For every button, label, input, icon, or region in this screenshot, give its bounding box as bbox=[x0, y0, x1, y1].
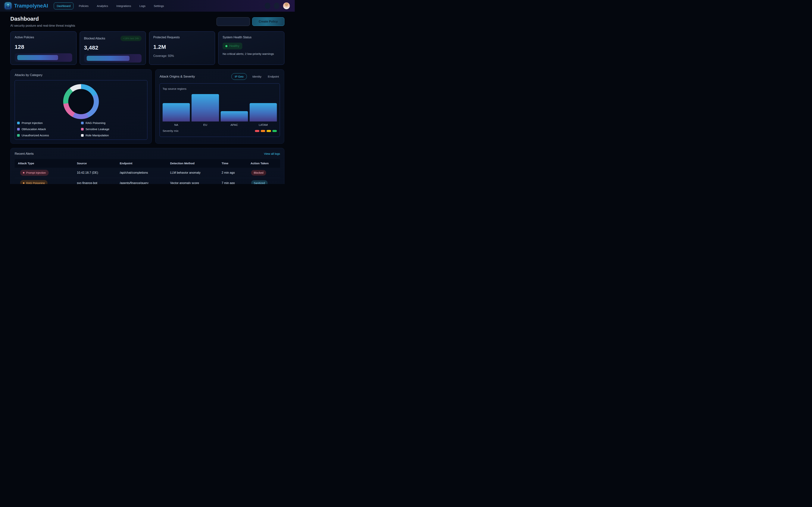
donut-hole bbox=[68, 89, 94, 114]
progress-fill bbox=[87, 56, 130, 61]
action-taken-badge: Blocked bbox=[251, 170, 266, 176]
stat-title: Protected Requests bbox=[153, 36, 211, 39]
progress-track bbox=[15, 53, 72, 62]
origin-tabs: IP GeoIdentityEndpoint bbox=[232, 73, 280, 80]
panel-title: Attacks by Category bbox=[15, 73, 147, 77]
table-row[interactable]: RAG Poisoningsvc-finance-bot/agents/fina… bbox=[15, 178, 280, 184]
bar-chart-subtitle: Top source regions bbox=[163, 87, 277, 90]
legend-label: RAG Poisoning bbox=[86, 121, 105, 125]
recent-alerts-panel: Recent Alerts View all logs Attack TypeS… bbox=[10, 148, 285, 184]
nav-item-analytics[interactable]: Analytics bbox=[94, 2, 111, 9]
legend-swatch-icon bbox=[81, 128, 84, 130]
donut-chart bbox=[63, 84, 99, 119]
bar-label-eu: EU bbox=[192, 123, 219, 126]
nav-item-policies[interactable]: Policies bbox=[76, 2, 92, 9]
bar-column-latam bbox=[250, 103, 277, 121]
legend-label: Prompt Injection bbox=[21, 121, 43, 125]
stat-title: Active Policies bbox=[15, 36, 72, 39]
severity-label: Severity mix bbox=[163, 129, 179, 132]
column-header-endpoint: Endpoint bbox=[116, 162, 167, 165]
legend-swatch-icon bbox=[81, 134, 84, 137]
help-button[interactable] bbox=[274, 3, 280, 9]
bar-column-eu bbox=[192, 94, 219, 121]
alerts-table-body: Prompt Injection10.42.18.7 (DE)/api/chat… bbox=[15, 168, 280, 184]
top-navbar: TrampolyneAI DashboardPoliciesAnalyticsI… bbox=[0, 0, 295, 12]
severity-pill-icon bbox=[255, 130, 259, 132]
column-header-source: Source bbox=[74, 162, 116, 165]
create-policy-button[interactable]: Create Policy bbox=[252, 17, 285, 26]
column-header-time: Time bbox=[218, 162, 247, 165]
detection-method-cell: Vector anomaly score bbox=[167, 181, 218, 184]
header-actions: Export Report Create Policy bbox=[216, 17, 285, 26]
severity-pill-icon bbox=[266, 130, 271, 132]
attack-type-badge: Prompt Injection bbox=[20, 170, 49, 176]
tab-ip-geo[interactable]: IP Geo bbox=[232, 73, 247, 80]
trampoline-arrow-icon bbox=[5, 3, 11, 9]
nav-item-dashboard[interactable]: Dashboard bbox=[54, 2, 73, 9]
legend-swatch-icon bbox=[81, 122, 84, 124]
bar-column-na bbox=[163, 103, 190, 121]
legend-label: Unauthorized Access bbox=[21, 134, 49, 137]
brand-name: TrampolyneAI bbox=[14, 3, 48, 9]
attack-type-dot-icon bbox=[23, 172, 24, 173]
attack-type-label: Prompt Injection bbox=[26, 171, 46, 174]
stat-card-system-health: System Health Status Healthy No critical… bbox=[218, 32, 285, 65]
legend-item: Unauthorized Access bbox=[17, 134, 81, 137]
bar-label-na: NA bbox=[163, 123, 190, 126]
alerts-header: Recent Alerts View all logs bbox=[15, 152, 280, 156]
stat-value: 3,482 bbox=[84, 45, 142, 51]
attacks-by-category-panel: Attacks by Category Prompt InjectionRAG … bbox=[10, 69, 152, 144]
legend-item: Obfuscation Attack bbox=[17, 127, 81, 131]
page-subtitle: AI security posture and real-time threat… bbox=[10, 24, 75, 27]
health-note: No critical alerts; 2 low-priority warni… bbox=[222, 52, 280, 56]
stat-value: 128 bbox=[15, 44, 72, 50]
severity-pill-icon bbox=[261, 130, 265, 132]
bar-na bbox=[163, 103, 190, 121]
chart-legend: Prompt InjectionRAG PoisoningObfuscation… bbox=[17, 121, 145, 137]
export-report-button[interactable]: Export Report bbox=[216, 17, 250, 26]
tab-endpoint[interactable]: Endpoint bbox=[267, 73, 280, 80]
charts-row: Attacks by Category Prompt InjectionRAG … bbox=[10, 69, 285, 144]
time-cell: 7 min ago bbox=[218, 181, 247, 184]
table-row[interactable]: Prompt Injection10.42.18.7 (DE)/api/chat… bbox=[15, 168, 280, 178]
bar-eu bbox=[192, 94, 219, 121]
user-avatar[interactable] bbox=[283, 2, 290, 9]
legend-swatch-icon bbox=[17, 134, 20, 137]
legend-label: Obfuscation Attack bbox=[21, 127, 46, 131]
legend-swatch-icon bbox=[17, 122, 20, 124]
page-content: Dashboard AI security posture and real-t… bbox=[0, 16, 295, 184]
nav-item-logs[interactable]: Logs bbox=[136, 2, 149, 9]
stat-title: Blocked Attacks bbox=[84, 37, 105, 40]
column-header-attack-type: Attack Type bbox=[15, 162, 74, 165]
panel-title: Attack Origins & Severity bbox=[160, 75, 195, 78]
attack-origins-panel: Attack Origins & Severity IP GeoIdentity… bbox=[155, 69, 284, 144]
severity-row: Severity mix bbox=[163, 129, 277, 132]
view-all-logs-link[interactable]: View all logs bbox=[264, 152, 280, 156]
stat-card-active-policies: Active Policies 128 bbox=[10, 32, 77, 65]
legend-label: Sensitive Leakage bbox=[86, 127, 109, 131]
notifications-button[interactable] bbox=[265, 3, 270, 9]
stat-cards-row: Active Policies 128 Blocked Attacks +18%… bbox=[10, 32, 285, 65]
bar-apac bbox=[221, 111, 248, 121]
severity-pill-icon bbox=[272, 130, 277, 132]
tab-identity[interactable]: Identity bbox=[251, 73, 262, 80]
panel-header: Attack Origins & Severity IP GeoIdentity… bbox=[160, 73, 280, 80]
legend-item: RAG Poisoning bbox=[81, 121, 145, 125]
legend-item: Role Manipulation bbox=[81, 134, 145, 137]
column-header-detection-method: Detection Method bbox=[167, 162, 218, 165]
alerts-table: Attack TypeSourceEndpointDetection Metho… bbox=[15, 159, 280, 184]
attack-type-label: RAG Poisoning bbox=[26, 182, 45, 184]
nav-menu: DashboardPoliciesAnalyticsIntegrationsLo… bbox=[54, 2, 167, 9]
nav-item-settings[interactable]: Settings bbox=[151, 2, 167, 9]
progress-track bbox=[84, 54, 142, 62]
nav-right-cluster bbox=[265, 2, 290, 9]
bar-label-latam: LATAM bbox=[250, 123, 277, 126]
bar-column-apac bbox=[221, 111, 248, 121]
bar-chart bbox=[163, 90, 277, 121]
stat-card-blocked-attacks: Blocked Attacks +18% last 24h 3,482 bbox=[80, 32, 146, 65]
legend-item: Prompt Injection bbox=[17, 121, 81, 125]
nav-item-integrations[interactable]: Integrations bbox=[113, 2, 134, 9]
page-title: Dashboard bbox=[10, 16, 75, 22]
source-cell: 10.42.18.7 (DE) bbox=[74, 171, 116, 174]
bar-label-apac: APAC bbox=[221, 123, 248, 126]
